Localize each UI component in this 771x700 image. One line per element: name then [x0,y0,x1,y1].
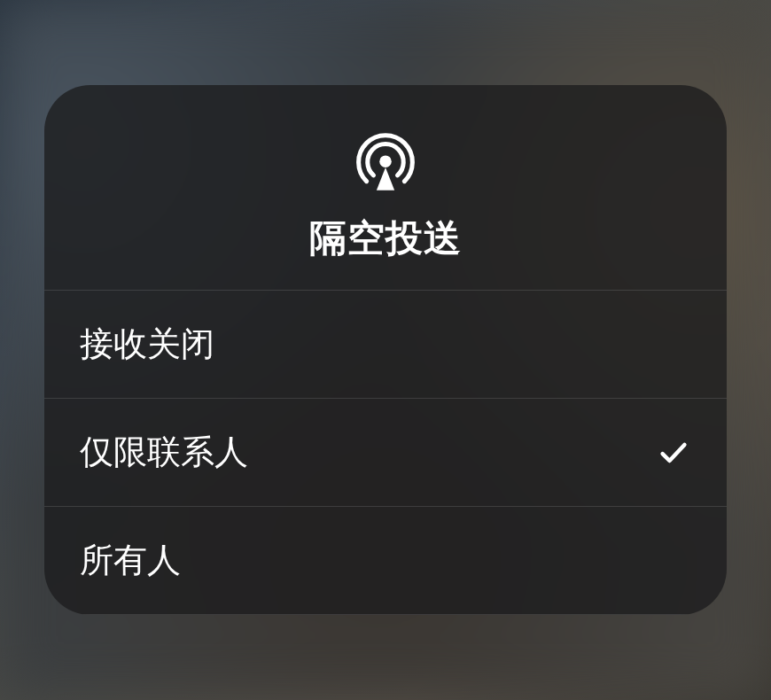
checkmark-icon [656,435,691,471]
option-everyone[interactable]: 所有人 [44,507,727,615]
panel-header: 隔空投送 [44,85,727,291]
option-label: 仅限联系人 [80,430,248,475]
svg-point-0 [379,155,392,167]
airdrop-settings-panel: 隔空投送 接收关闭 仅限联系人 所有人 [44,85,727,615]
option-contacts-only[interactable]: 仅限联系人 [44,399,727,507]
airdrop-icon [350,125,421,196]
option-label: 接收关闭 [80,322,214,367]
option-receiving-off[interactable]: 接收关闭 [44,291,727,399]
options-list: 接收关闭 仅限联系人 所有人 [44,291,727,615]
panel-title: 隔空投送 [309,214,462,263]
option-label: 所有人 [80,538,181,583]
